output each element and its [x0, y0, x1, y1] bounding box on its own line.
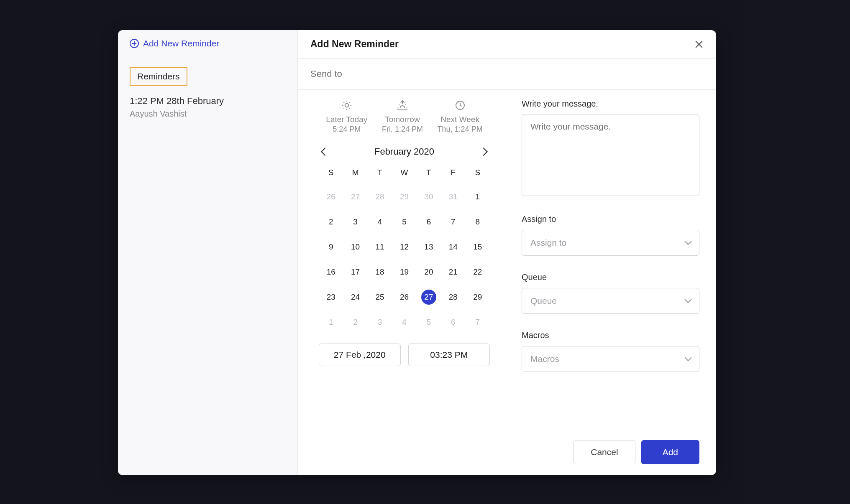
sunrise-icon — [382, 99, 423, 112]
calendar-day[interactable]: 30 — [417, 184, 441, 209]
calendar-day[interactable]: 19 — [392, 260, 416, 285]
calendar-day[interactable]: 5 — [392, 209, 416, 234]
calendar-day[interactable]: 20 — [417, 260, 441, 285]
calendar-header: February 2020 — [319, 142, 490, 163]
quick-pick-label: Tomorrow — [382, 115, 423, 124]
plus-circle-icon — [130, 39, 139, 48]
add-button[interactable]: Add — [641, 440, 699, 464]
calendar-day[interactable]: 9 — [319, 234, 343, 260]
quick-pick-tomorrow[interactable]: Tomorrow Fri, 1:24 PM — [382, 99, 423, 134]
calendar-dow: T — [368, 163, 392, 184]
macros-select[interactable]: Macros — [522, 346, 699, 372]
chevron-right-icon[interactable] — [479, 148, 488, 156]
svg-line-13 — [405, 104, 406, 105]
chevron-down-icon — [685, 238, 692, 245]
calendar-day[interactable]: 6 — [417, 209, 441, 234]
calendar-day[interactable]: 15 — [466, 234, 490, 260]
cancel-button[interactable]: Cancel — [573, 440, 635, 464]
calendar-day[interactable]: 10 — [343, 234, 367, 260]
form-column: Write your message. Assign to Assign to … — [505, 90, 716, 429]
calendar-day[interactable]: 25 — [368, 285, 392, 310]
quick-pick-time: 5:24 PM — [326, 125, 367, 134]
reminder-time: 1:22 PM 28th February — [130, 96, 286, 107]
calendar-day[interactable]: 21 — [441, 260, 465, 285]
calendar-day[interactable]: 22 — [466, 260, 490, 285]
calendar-day[interactable]: 6 — [441, 310, 465, 335]
chevron-down-icon — [685, 296, 692, 303]
quick-pick-later-today[interactable]: Later Today 5:24 PM — [326, 99, 367, 134]
calendar-day[interactable]: 11 — [368, 234, 392, 260]
reminders-tab[interactable]: Reminders — [130, 67, 187, 86]
calendar-day[interactable]: 8 — [466, 209, 490, 234]
quick-picks: Later Today 5:24 PM Tomorrow Fri, 1:24 P… — [319, 99, 490, 134]
calendar-day[interactable]: 7 — [466, 310, 490, 335]
calendar-day[interactable]: 16 — [319, 260, 343, 285]
calendar-day[interactable]: 3 — [343, 209, 367, 234]
calendar-day[interactable]: 29 — [392, 184, 416, 209]
calendar-day[interactable]: 4 — [392, 310, 416, 335]
calendar-day[interactable]: 28 — [441, 285, 465, 310]
calendar-day[interactable]: 18 — [368, 260, 392, 285]
datetime-row: 27 Feb ,2020 03:23 PM — [319, 344, 490, 366]
quick-pick-next-week[interactable]: Next Week Thu, 1:24 PM — [438, 99, 483, 134]
calendar-day[interactable]: 31 — [441, 184, 465, 209]
calendar-day[interactable]: 23 — [319, 285, 343, 310]
reminder-user: Aayush Vashist — [130, 109, 286, 119]
reminder-list-item[interactable]: 1:22 PM 28th February Aayush Vashist — [118, 86, 297, 129]
calendar-dow: S — [319, 163, 343, 184]
svg-line-10 — [399, 104, 399, 105]
chevron-down-icon — [685, 354, 692, 361]
time-box[interactable]: 03:23 PM — [408, 344, 490, 366]
calendar-day[interactable]: 27 — [417, 285, 441, 310]
calendar-day[interactable]: 14 — [441, 234, 465, 260]
chevron-left-icon[interactable] — [321, 148, 329, 156]
calendar-dow-row: SMTWTFS — [319, 163, 490, 184]
calendar-day[interactable]: 12 — [392, 234, 416, 260]
calendar-day[interactable]: 1 — [466, 184, 490, 209]
assign-select[interactable]: Assign to — [522, 230, 699, 256]
calendar-dow: S — [466, 163, 490, 184]
calendar-day[interactable]: 3 — [368, 310, 392, 335]
schedule-column: Later Today 5:24 PM Tomorrow Fri, 1:24 P… — [298, 90, 505, 429]
quick-pick-time: Thu, 1:24 PM — [438, 125, 483, 134]
calendar-dow: T — [417, 163, 441, 184]
calendar-day[interactable]: 2 — [319, 209, 343, 234]
svg-line-8 — [349, 102, 350, 103]
date-box[interactable]: 27 Feb ,2020 — [319, 344, 401, 366]
calendar-day[interactable]: 4 — [368, 209, 392, 234]
message-textarea[interactable] — [522, 115, 699, 196]
queue-placeholder: Queue — [530, 296, 557, 306]
calendar-day[interactable]: 24 — [343, 285, 367, 310]
add-new-reminder-link[interactable]: Add New Reminder — [118, 30, 297, 57]
macros-placeholder: Macros — [530, 354, 559, 364]
close-icon[interactable] — [694, 40, 704, 49]
reminder-modal: Add New Reminder Reminders 1:22 PM 28th … — [118, 30, 716, 475]
svg-line-4 — [349, 108, 350, 109]
calendar-day[interactable]: 2 — [343, 310, 367, 335]
calendar-day[interactable]: 7 — [441, 209, 465, 234]
add-new-reminder-label: Add New Reminder — [143, 38, 219, 48]
send-to-section — [298, 59, 716, 90]
calendar: February 2020 SMTWTFS 262728293031123456… — [319, 142, 490, 366]
assign-placeholder: Assign to — [530, 238, 566, 248]
queue-select[interactable]: Queue — [522, 288, 699, 314]
calendar-days-grid: 2627282930311234567891011121314151617181… — [319, 184, 490, 335]
calendar-day[interactable]: 26 — [392, 285, 416, 310]
calendar-day[interactable]: 17 — [343, 260, 367, 285]
queue-label: Queue — [522, 272, 699, 282]
modal-body: Later Today 5:24 PM Tomorrow Fri, 1:24 P… — [298, 90, 716, 429]
quick-pick-time: Fri, 1:24 PM — [382, 125, 423, 134]
calendar-day[interactable]: 27 — [343, 184, 367, 209]
calendar-day[interactable]: 13 — [417, 234, 441, 260]
calendar-day[interactable]: 5 — [417, 310, 441, 335]
quick-pick-label: Later Today — [326, 115, 367, 124]
send-to-input[interactable] — [310, 69, 704, 79]
macros-label: Macros — [522, 331, 699, 340]
main-panel: Add New Reminder Later Today 5:24 PM — [298, 30, 716, 475]
calendar-dow: M — [343, 163, 367, 184]
calendar-day[interactable]: 29 — [466, 285, 490, 310]
svg-line-3 — [343, 102, 344, 103]
calendar-day[interactable]: 1 — [319, 310, 343, 335]
calendar-day[interactable]: 26 — [319, 184, 343, 209]
calendar-day[interactable]: 28 — [368, 184, 392, 209]
